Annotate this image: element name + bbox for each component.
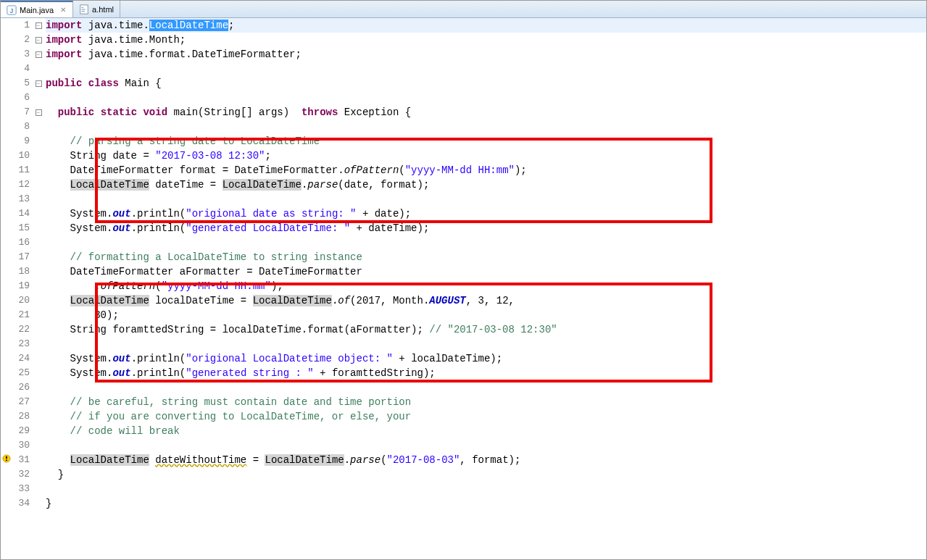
- fold-row: [34, 91, 43, 105]
- line-number: 9: [12, 134, 30, 149]
- marker-row: [1, 120, 12, 134]
- fold-row: [34, 366, 43, 380]
- marker-row: [1, 322, 12, 337]
- fold-row: [34, 337, 43, 351]
- marker-row: [1, 395, 12, 409]
- line-number: 18: [12, 264, 30, 279]
- tab-label: Main.java: [20, 6, 54, 14]
- line-number: 23: [12, 337, 30, 351]
- line-number: 11: [12, 163, 30, 177]
- marker-row: [1, 105, 12, 120]
- line-number: 12: [12, 177, 30, 192]
- marker-row: [1, 337, 12, 351]
- marker-row: [1, 380, 12, 395]
- code-line: // be careful, string must contain date …: [46, 395, 926, 409]
- fold-row: −: [34, 18, 43, 33]
- code-line: // parsing a string date to LocalDateTim…: [46, 134, 926, 149]
- line-number: 33: [12, 482, 30, 496]
- code-line: [46, 337, 926, 351]
- line-number: 7: [12, 105, 30, 120]
- line-number: 31: [12, 453, 30, 467]
- line-number: 34: [12, 496, 30, 511]
- code-line: String foramttedString = localDateTime.f…: [46, 322, 926, 337]
- marker-row: [1, 279, 12, 293]
- marker-row: [1, 91, 12, 105]
- code-line: // code will break: [46, 424, 926, 438]
- fold-toggle-icon[interactable]: −: [36, 109, 42, 116]
- code-line: }: [46, 467, 926, 482]
- tab-a-html[interactable]: a.html: [73, 1, 120, 17]
- svg-rect-5: [6, 460, 7, 461]
- fold-row: [34, 149, 43, 163]
- fold-toggle-icon[interactable]: −: [36, 37, 42, 43]
- marker-row: [1, 366, 12, 380]
- fold-row: [34, 120, 43, 134]
- code-line: [46, 120, 926, 134]
- code-area[interactable]: import java.time.LocalDateTime; import j…: [43, 18, 926, 559]
- fold-row: [34, 221, 43, 235]
- fold-gutter: −−−−−: [34, 18, 43, 559]
- code-line: [46, 235, 926, 250]
- fold-row: [34, 192, 43, 206]
- code-line: [46, 91, 926, 105]
- line-number: 28: [12, 409, 30, 424]
- line-number: 14: [12, 206, 30, 221]
- marker-row: [1, 496, 12, 511]
- line-number: 16: [12, 235, 30, 250]
- fold-toggle-icon[interactable]: −: [36, 80, 42, 87]
- code-editor[interactable]: 1234567891011121314151617181920212223242…: [1, 18, 926, 559]
- marker-gutter: [1, 18, 12, 559]
- line-number: 10: [12, 149, 30, 163]
- close-icon[interactable]: ✕: [59, 7, 67, 14]
- line-number: 30: [12, 438, 30, 453]
- tab-main-java[interactable]: J Main.java ✕: [1, 1, 73, 17]
- fold-row: [34, 279, 43, 293]
- fold-row: [34, 62, 43, 76]
- fold-row: [34, 322, 43, 337]
- code-line: LocalDateTime dateTime = LocalDateTime.p…: [46, 177, 926, 192]
- marker-row: [1, 235, 12, 250]
- fold-row: [34, 250, 43, 264]
- line-number: 21: [12, 308, 30, 322]
- fold-row: [34, 134, 43, 149]
- code-line: System.out.println("generated string : "…: [46, 366, 926, 380]
- line-number: 27: [12, 395, 30, 409]
- code-line: DateTimeFormatter aFormatter = DateTimeF…: [46, 264, 926, 279]
- svg-text:J: J: [10, 7, 14, 14]
- fold-row: [34, 482, 43, 496]
- line-number-gutter: 1234567891011121314151617181920212223242…: [12, 18, 34, 559]
- code-line: System.out.println("origional LocalDatet…: [46, 351, 926, 366]
- code-line: .ofPattern("yyyy-MM-dd HH:mm");: [46, 279, 926, 293]
- line-number: 8: [12, 120, 30, 134]
- code-line: LocalDateTime dateWithoutTime = LocalDat…: [46, 453, 926, 467]
- code-line: [46, 438, 926, 453]
- marker-row: [1, 482, 12, 496]
- fold-row: [34, 453, 43, 467]
- marker-row: [1, 293, 12, 308]
- fold-toggle-icon[interactable]: −: [36, 51, 42, 58]
- fold-row: −: [34, 105, 43, 120]
- marker-row: [1, 264, 12, 279]
- marker-row: [1, 308, 12, 322]
- line-number: 3: [12, 47, 30, 62]
- marker-row: [1, 192, 12, 206]
- fold-row: [34, 380, 43, 395]
- line-number: 26: [12, 380, 30, 395]
- marker-row: [1, 177, 12, 192]
- code-line: [46, 380, 926, 395]
- marker-row: [1, 163, 12, 177]
- code-line: LocalDateTime localDateTime = LocalDateT…: [46, 293, 926, 308]
- fold-row: [34, 409, 43, 424]
- line-number: 2: [12, 33, 30, 47]
- fold-row: [34, 424, 43, 438]
- line-number: 13: [12, 192, 30, 206]
- code-line: DateTimeFormatter format = DateTimeForma…: [46, 163, 926, 177]
- code-line: public class Main {: [46, 76, 926, 91]
- fold-toggle-icon[interactable]: −: [36, 22, 42, 29]
- fold-row: [34, 293, 43, 308]
- fold-row: [34, 351, 43, 366]
- fold-row: [34, 308, 43, 322]
- code-line: // if you are converting to LocalDateTim…: [46, 409, 926, 424]
- marker-row: [1, 62, 12, 76]
- fold-row: [34, 163, 43, 177]
